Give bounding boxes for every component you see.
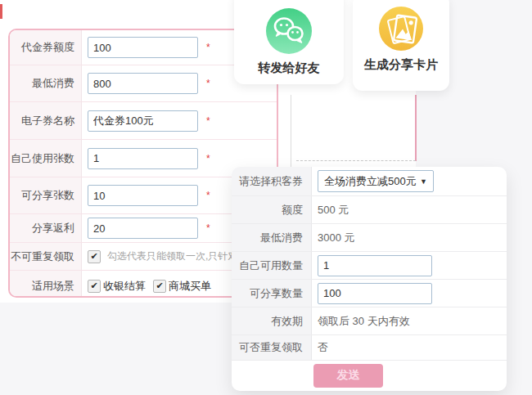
no-repeat-checkbox[interactable]: ✔ bbox=[88, 250, 101, 263]
panel-row-repeatable: 可否重复领取 否 bbox=[232, 335, 507, 361]
scene-mall-label: 商城买单 bbox=[169, 279, 211, 294]
field-label: 额度 bbox=[232, 196, 312, 223]
field-label: 请选择积客券 bbox=[232, 167, 312, 195]
shareable-count-input[interactable] bbox=[88, 185, 198, 206]
field-label: 不可重复领取 bbox=[10, 243, 82, 270]
required-asterisk: * bbox=[206, 190, 210, 201]
quota-value: 500 元 bbox=[318, 203, 349, 218]
share-quantity-input[interactable] bbox=[318, 283, 432, 304]
page: 代金券额度 * 最低消费 * 电子券名称 * 自己使用张数 * bbox=[0, 0, 532, 395]
scene-cashier-checkbox[interactable]: ✔ bbox=[88, 280, 101, 293]
min-spend-input[interactable] bbox=[88, 73, 198, 94]
coupon-select-dropdown[interactable]: 全场消费立减500元 ▼ bbox=[318, 170, 434, 192]
panel-row-validity: 有效期 领取后 30 天内有效 bbox=[232, 307, 507, 335]
background-dashed-line bbox=[296, 160, 416, 161]
share-rebate-input[interactable] bbox=[88, 218, 198, 239]
scene-mall-checkbox[interactable]: ✔ bbox=[153, 280, 166, 293]
field-label: 代金券额度 bbox=[10, 30, 82, 65]
amount-input[interactable] bbox=[88, 37, 198, 58]
panel-row-self-qty: 自己可用数量 bbox=[232, 252, 507, 280]
panel-row-select-coupon: 请选择积客券 全场消费立减500元 ▼ bbox=[232, 167, 507, 196]
selected-coupon: 全场消费立减500元 bbox=[324, 174, 417, 189]
generate-share-card-label: 生成分享卡片 bbox=[364, 57, 438, 73]
form-row-coupon-name: 电子券名称 * bbox=[10, 102, 277, 140]
field-label: 适用场景 bbox=[10, 271, 82, 298]
field-label: 自己使用张数 bbox=[10, 140, 82, 177]
photo-cards-icon bbox=[379, 7, 423, 51]
validity-value: 领取后 30 天内有效 bbox=[318, 314, 410, 329]
required-asterisk: * bbox=[206, 115, 210, 127]
coupon-send-panel: 请选择积客券 全场消费立减500元 ▼ 额度 500 元 最低消费 3000 元… bbox=[232, 167, 507, 391]
forward-to-friend-label: 转发给好友 bbox=[259, 61, 320, 76]
field-label: 最低消费 bbox=[10, 65, 82, 101]
panel-footer: 发送 bbox=[232, 361, 507, 390]
generate-share-card[interactable]: 生成分享卡片 bbox=[353, 0, 449, 91]
field-label: 电子券名称 bbox=[10, 102, 82, 139]
field-label: 最低消费 bbox=[232, 224, 312, 251]
no-repeat-hint: 勾选代表只能领取一次,只针对 bbox=[107, 249, 237, 263]
field-label: 可分享张数 bbox=[10, 177, 82, 213]
panel-row-share-qty: 可分享数量 bbox=[232, 280, 507, 307]
repeatable-value: 否 bbox=[318, 340, 328, 355]
min-spend-value: 3000 元 bbox=[318, 231, 355, 245]
self-use-count-input[interactable] bbox=[88, 148, 198, 169]
required-asterisk: * bbox=[206, 42, 210, 53]
forward-to-friend-card[interactable]: 转发给好友 bbox=[234, 0, 344, 84]
required-asterisk: * bbox=[206, 153, 210, 164]
send-button[interactable]: 发送 bbox=[313, 364, 383, 388]
coupon-name-input[interactable] bbox=[88, 110, 198, 132]
scene-cashier-label: 收银结算 bbox=[103, 279, 146, 294]
caret-down-icon: ▼ bbox=[420, 177, 427, 186]
panel-row-min-spend: 最低消费 3000 元 bbox=[232, 224, 507, 252]
required-asterisk: * bbox=[206, 222, 210, 234]
self-quantity-input[interactable] bbox=[318, 255, 432, 276]
panel-row-quota: 额度 500 元 bbox=[232, 196, 507, 224]
wechat-icon bbox=[266, 8, 312, 54]
field-label: 自己可用数量 bbox=[232, 252, 312, 279]
field-label: 分享返利 bbox=[10, 214, 82, 242]
field-label: 可否重复领取 bbox=[232, 335, 312, 360]
left-edge-red-fragment bbox=[0, 4, 2, 19]
field-label: 有效期 bbox=[232, 307, 312, 334]
field-label: 可分享数量 bbox=[232, 280, 312, 307]
background-divider-line bbox=[291, 95, 291, 168]
required-asterisk: * bbox=[206, 78, 210, 89]
background-pink-border-fragment bbox=[415, 95, 417, 161]
